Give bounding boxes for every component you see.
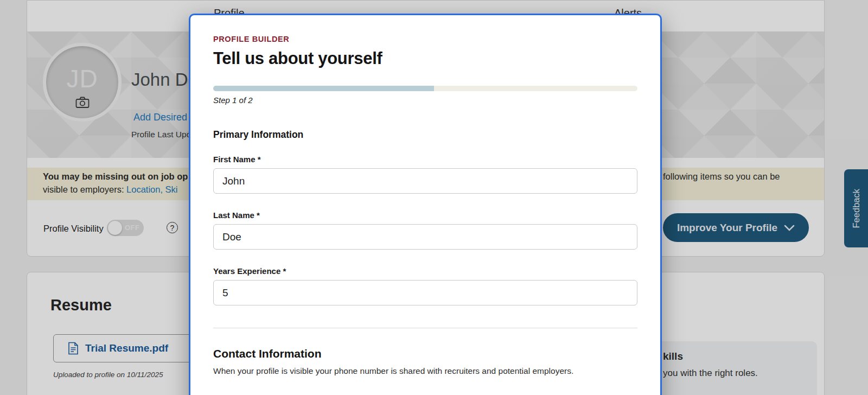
first-name-field[interactable] <box>213 168 637 194</box>
years-experience-field[interactable] <box>213 280 637 305</box>
years-experience-label: Years Experience * <box>213 266 286 276</box>
page: Profile Alerts <box>0 0 868 395</box>
progress-bar-fill <box>213 86 434 91</box>
section-divider <box>213 328 637 328</box>
last-name-label: Last Name * <box>213 211 260 220</box>
first-name-label: First Name * <box>213 155 261 164</box>
profile-builder-modal: PROFILE BUILDER Tell us about yourself S… <box>189 14 662 395</box>
primary-information-heading: Primary Information <box>213 129 303 141</box>
progress-bar <box>213 86 637 91</box>
modal-eyebrow: PROFILE BUILDER <box>213 35 289 43</box>
contact-information-description: When your profile is visible your phone … <box>213 366 573 376</box>
modal-title: Tell us about yourself <box>213 49 382 68</box>
last-name-field[interactable] <box>213 224 637 250</box>
step-indicator: Step 1 of 2 <box>213 95 253 105</box>
contact-information-heading: Contact Information <box>213 347 322 360</box>
